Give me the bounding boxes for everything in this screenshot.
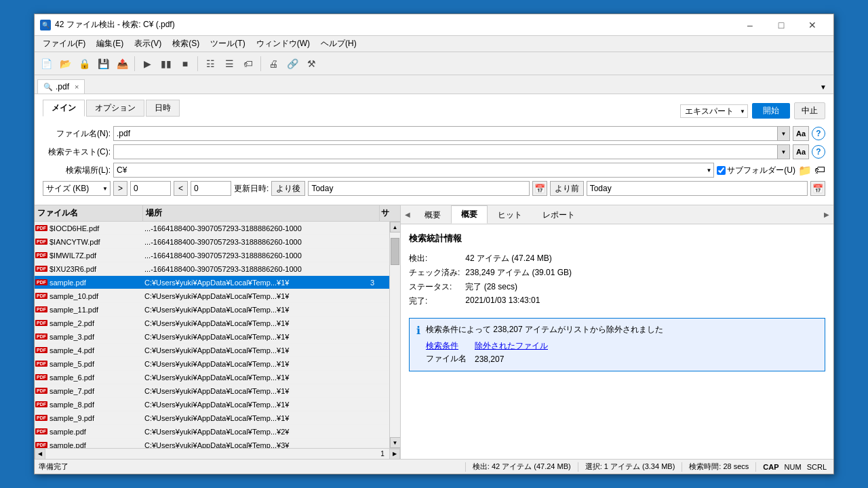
pdf-file-icon: PDF bbox=[35, 440, 48, 449]
play-button[interactable]: ▶ bbox=[138, 55, 156, 73]
tools2-button[interactable]: ⚒ bbox=[302, 55, 320, 73]
tab-summary[interactable]: 概要 bbox=[414, 206, 451, 224]
maximize-button[interactable]: □ bbox=[766, 15, 797, 35]
vscroll-up-button[interactable]: ▲ bbox=[390, 222, 401, 232]
pdf-file-icon: PDF bbox=[35, 386, 48, 396]
date-after-button[interactable]: より後 bbox=[271, 181, 305, 196]
hscroll-right-button[interactable]: ▶ bbox=[389, 449, 400, 460]
hscroll-track[interactable] bbox=[45, 449, 376, 459]
file-list-row[interactable]: PDFsample_7.pdfC:¥Users¥yuki¥AppData¥Loc… bbox=[35, 384, 389, 398]
filename-help-button[interactable]: ? bbox=[812, 127, 825, 140]
pause-button[interactable]: ▮▮ bbox=[157, 55, 175, 73]
file-list-row[interactable]: PDFsample_9.pdfC:¥Users¥yuki¥AppData¥Loc… bbox=[35, 411, 389, 425]
status-bar: 準備完了 検出: 42 アイテム (47.24 MB) 選択: 1 アイテム (… bbox=[35, 459, 833, 474]
tab-hits[interactable]: 概要 bbox=[451, 205, 488, 224]
right-tab-left-arrow[interactable]: ◀ bbox=[401, 205, 414, 224]
tab-options[interactable]: オプション bbox=[86, 100, 144, 117]
right-tab-right-arrow[interactable]: ▶ bbox=[820, 205, 833, 224]
tag-button[interactable]: 🏷 bbox=[239, 55, 257, 73]
stats-table: 検出: 42 アイテム (47.24 MB) チェック済み: 238,249 ア… bbox=[409, 251, 577, 308]
info-col1-header[interactable]: 検索条件 bbox=[426, 340, 475, 352]
menu-edit[interactable]: 編集(E) bbox=[91, 37, 129, 51]
open-button[interactable]: 📂 bbox=[56, 55, 74, 73]
info-content: 検索条件によって 238,207 アイテムがリストから除外されました 検索条件 … bbox=[426, 324, 663, 365]
date-before-calendar-button[interactable]: 📅 bbox=[810, 181, 825, 196]
start-button[interactable]: 開始 bbox=[752, 103, 790, 119]
file-list-row[interactable]: PDFsample_11.pdfC:¥Users¥yuki¥AppData¥Lo… bbox=[35, 303, 389, 317]
file-list-row[interactable]: PDFsample_4.pdfC:¥Users¥yuki¥AppData¥Loc… bbox=[35, 344, 389, 357]
file-location-cell: C:¥Users¥yuki¥AppData¥Local¥Temp...¥3¥ bbox=[143, 441, 369, 449]
expert-dropdown-wrapper[interactable]: エキスパート bbox=[680, 104, 748, 118]
info-col2-header[interactable]: 除外されたファイル bbox=[475, 340, 556, 352]
hscroll-left-button[interactable]: ◀ bbox=[35, 449, 45, 460]
menu-help[interactable]: ヘルプ(H) bbox=[315, 37, 362, 51]
new-button[interactable]: 📄 bbox=[37, 55, 55, 73]
tab-main[interactable]: メイン bbox=[43, 100, 85, 117]
export-button[interactable]: 📤 bbox=[113, 55, 131, 73]
date-before-input[interactable] bbox=[587, 181, 808, 196]
file-list-row[interactable]: PDF$IMWIL7Z.pdf...-1664188400-3907057293… bbox=[35, 249, 389, 262]
lock-button[interactable]: 🔒 bbox=[75, 55, 93, 73]
tab-date[interactable]: 日時 bbox=[146, 100, 180, 117]
file-list-row[interactable]: PDFsample_5.pdfC:¥Users¥yuki¥AppData¥Loc… bbox=[35, 357, 389, 371]
vscroll-thumb[interactable] bbox=[391, 238, 399, 265]
file-list-row[interactable]: PDFsample_3.pdfC:¥Users¥yuki¥AppData¥Loc… bbox=[35, 330, 389, 344]
file-list-row[interactable]: PDF$IOCD6HE.pdf...-1664188400-3907057293… bbox=[35, 222, 389, 235]
menu-window[interactable]: ウィンドウ(W) bbox=[251, 37, 315, 51]
searchtext-input[interactable] bbox=[113, 144, 778, 159]
stop-button[interactable]: ■ bbox=[176, 55, 194, 73]
size-min-input[interactable] bbox=[130, 181, 171, 196]
file-list-row[interactable]: PDFsample.pdfC:¥Users¥yuki¥AppData¥Local… bbox=[35, 276, 389, 289]
tab-dropdown[interactable]: ▼ bbox=[816, 81, 831, 94]
list-view-button[interactable]: ☷ bbox=[201, 55, 219, 73]
compare-lt-button[interactable]: < bbox=[174, 181, 188, 196]
searchtext-help-button[interactable]: ? bbox=[812, 145, 825, 159]
size-select[interactable]: サイズ (KB) bbox=[43, 181, 111, 196]
vscroll-track[interactable] bbox=[390, 232, 400, 437]
minimize-button[interactable]: – bbox=[734, 15, 766, 35]
folder-icon[interactable]: 📁 bbox=[798, 164, 812, 177]
file-list-row[interactable]: PDFsample_2.pdfC:¥Users¥yuki¥AppData¥Loc… bbox=[35, 317, 389, 330]
file-list-row[interactable]: PDFsample.pdfC:¥Users¥yuki¥AppData¥Local… bbox=[35, 425, 389, 439]
file-list-row[interactable]: PDF$IANCYTW.pdf...-1664188400-3907057293… bbox=[35, 235, 389, 249]
toolbar-sep-2 bbox=[197, 56, 198, 71]
search-tab[interactable]: 🔍 .pdf × bbox=[37, 79, 85, 94]
subfolder-label: サブフォルダー(U) bbox=[727, 165, 795, 176]
filename-dropdown-arrow[interactable]: ▼ bbox=[778, 126, 790, 141]
searchtext-dropdown-arrow[interactable]: ▼ bbox=[778, 144, 790, 159]
print-button[interactable]: 🖨 bbox=[264, 55, 282, 73]
save-button[interactable]: 💾 bbox=[94, 55, 112, 73]
menu-search[interactable]: 検索(S) bbox=[167, 37, 205, 51]
date-after-calendar-button[interactable]: 📅 bbox=[532, 181, 547, 196]
file-list-row[interactable]: PDFsample_8.pdfC:¥Users¥yuki¥AppData¥Loc… bbox=[35, 398, 389, 411]
detail-view-button[interactable]: ☰ bbox=[220, 55, 238, 73]
menu-tools[interactable]: ツール(T) bbox=[205, 37, 250, 51]
date-after-input[interactable] bbox=[308, 181, 529, 196]
size-max-input[interactable] bbox=[191, 181, 231, 196]
close-button[interactable]: ✕ bbox=[797, 15, 828, 35]
tag-icon[interactable]: 🏷 bbox=[814, 164, 825, 176]
location-select[interactable]: C¥ bbox=[113, 163, 714, 178]
search-form: メイン オプション 日時 エキスパート 開始 中止 ファイル名(N): ▼ Aa… bbox=[35, 94, 833, 205]
date-before-button[interactable]: より前 bbox=[550, 181, 584, 196]
subfolder-checkbox[interactable] bbox=[717, 166, 726, 175]
searchtext-aa-button[interactable]: Aa bbox=[793, 144, 809, 159]
filename-aa-button[interactable]: Aa bbox=[793, 126, 809, 141]
file-list-row[interactable]: PDFsample_6.pdfC:¥Users¥yuki¥AppData¥Loc… bbox=[35, 371, 389, 384]
menu-file[interactable]: ファイル(F) bbox=[37, 37, 91, 51]
search-tab-close[interactable]: × bbox=[75, 83, 79, 91]
file-list-row[interactable]: PDFsample_10.pdfC:¥Users¥yuki¥AppData¥Lo… bbox=[35, 289, 389, 303]
menu-view[interactable]: 表示(V) bbox=[129, 37, 167, 51]
location-label: 検索場所(L): bbox=[43, 165, 111, 176]
vscroll-down-button[interactable]: ▼ bbox=[390, 437, 401, 448]
share-button[interactable]: 🔗 bbox=[283, 55, 301, 73]
stop-button[interactable]: 中止 bbox=[794, 102, 825, 119]
tab-report[interactable]: ヒット bbox=[488, 206, 532, 224]
expert-select[interactable]: エキスパート bbox=[680, 104, 748, 118]
tab-report2[interactable]: レポート bbox=[532, 206, 585, 224]
filename-input[interactable] bbox=[113, 126, 778, 141]
compare-gt-button[interactable]: > bbox=[113, 181, 127, 196]
file-list-row[interactable]: PDFsample.pdfC:¥Users¥yuki¥AppData¥Local… bbox=[35, 439, 389, 448]
file-list-row[interactable]: PDF$IXU23R6.pdf...-1664188400-3907057293… bbox=[35, 262, 389, 276]
window-controls: – □ ✕ bbox=[734, 15, 828, 35]
